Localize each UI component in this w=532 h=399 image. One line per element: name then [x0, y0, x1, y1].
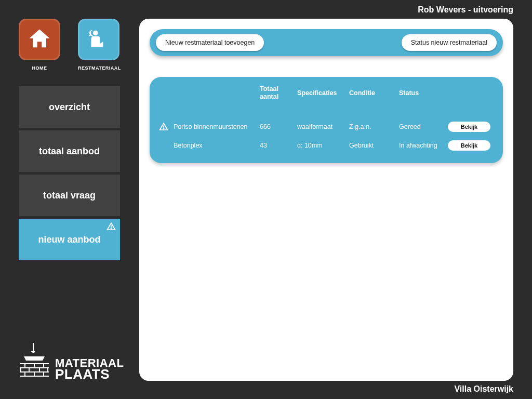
cell-status: Gereed — [399, 123, 445, 130]
sidebar-item-label: nieuw aanbod — [38, 234, 100, 245]
sidebar-item-label: totaal aanbod — [39, 146, 100, 157]
content-panel: Nieuw restmateriaal toevoegen Status nie… — [139, 19, 513, 381]
table-row: Betonplex 43 d: 10mm Gebruikt In afwacht… — [159, 140, 494, 151]
nav-home[interactable]: HOME — [19, 19, 60, 71]
svg-text:?: ? — [90, 30, 94, 35]
cell-status: In afwachting — [399, 142, 445, 149]
col-status: Status — [399, 89, 445, 97]
cell-specs: d: 10mm — [297, 142, 346, 149]
cell-total: 666 — [260, 123, 294, 130]
col-specs: Specificaties — [297, 89, 346, 97]
view-button[interactable]: Bekijk — [448, 122, 490, 132]
sidebar-menu: overzicht totaal aanbod totaal vraag nie… — [19, 86, 120, 260]
view-button[interactable]: Bekijk — [448, 140, 490, 151]
sidebar-item-totaal-aanbod[interactable]: totaal aanbod — [19, 130, 120, 172]
cell-name: Betonplex — [174, 142, 257, 149]
sidebar-item-label: totaal vraag — [43, 190, 96, 201]
svg-point-3 — [111, 228, 111, 229]
header-user: Rob Wevers - uitvoering — [418, 5, 513, 15]
cell-name: Poriso binnenmuurstenen — [174, 123, 257, 130]
nav-icons: HOME ? RESTMATERIAAL — [19, 19, 120, 71]
sidebar: HOME ? RESTMATERIAAL overzicht totaal aa… — [19, 19, 120, 263]
materials-table: Totaal aantal Specificaties Conditie Sta… — [150, 77, 503, 163]
sidebar-item-nieuw-aanbod[interactable]: nieuw aanbod — [19, 219, 120, 260]
nav-home-label: HOME — [19, 65, 60, 71]
cell-total: 43 — [260, 142, 294, 149]
crane-bricks-icon — [19, 343, 50, 380]
table-header-row: Totaal aantal Specificaties Conditie Sta… — [159, 85, 494, 101]
cell-condition: Z.g.a.n. — [349, 123, 396, 130]
cell-condition: Gebruikt — [349, 142, 396, 149]
home-icon — [19, 19, 60, 60]
restmateriaal-icon: ? — [78, 19, 119, 60]
table-row: Poriso binnenmuurstenen 666 waalformaat … — [159, 122, 494, 132]
toolbar: Nieuw restmateriaal toevoegen Status nie… — [150, 29, 503, 56]
logo-text: MATERIAAL PLAATS — [55, 358, 124, 380]
logo: MATERIAAL PLAATS — [19, 343, 124, 380]
sidebar-item-label: overzicht — [49, 102, 90, 113]
cell-specs: waalformaat — [297, 123, 346, 130]
svg-point-5 — [163, 128, 164, 129]
nav-restmateriaal[interactable]: ? RESTMATERIAAL — [78, 19, 119, 71]
alert-icon — [159, 122, 170, 131]
col-condition: Conditie — [349, 89, 396, 97]
nav-rest-label: RESTMATERIAAL — [78, 65, 119, 71]
svg-marker-7 — [24, 356, 45, 361]
svg-point-0 — [93, 31, 98, 36]
add-restmateriaal-button[interactable]: Nieuw restmateriaal toevoegen — [156, 34, 264, 51]
sidebar-item-totaal-vraag[interactable]: totaal vraag — [19, 175, 120, 216]
footer-location: Villa Oisterwijk — [454, 384, 513, 394]
sidebar-item-overzicht[interactable]: overzicht — [19, 86, 120, 128]
alert-icon — [107, 222, 116, 234]
logo-line2: PLAATS — [55, 368, 124, 380]
status-restmateriaal-button[interactable]: Status nieuw restmateriaal — [402, 34, 497, 51]
col-total: Totaal aantal — [260, 85, 294, 101]
